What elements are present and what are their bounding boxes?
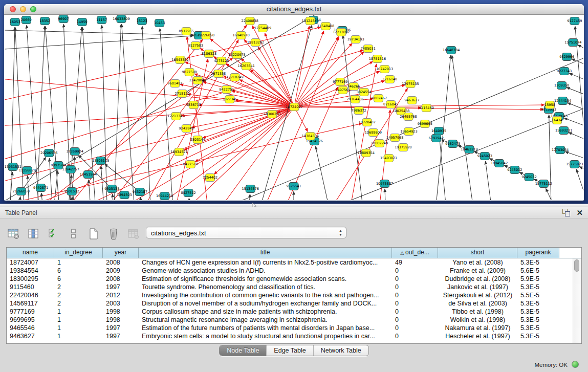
graph-node[interactable]: 9525541 (286, 183, 301, 190)
graph-node[interactable]: 16434 (552, 117, 562, 124)
graph-node[interactable]: 96907 (58, 15, 69, 23)
citation-edge-black[interactable] (572, 59, 583, 76)
graph-node[interactable]: 1894503 (117, 191, 132, 199)
float-panel-icon[interactable] (562, 209, 570, 216)
graph-node[interactable]: 9463627 (404, 97, 419, 104)
citation-edge-black[interactable] (41, 193, 46, 200)
graph-node[interactable]: 12975135 (402, 80, 419, 88)
tab-network-table[interactable]: Network Table (314, 345, 368, 356)
graph-node[interactable]: 9440871 (33, 184, 48, 192)
graph-node[interactable]: 18352 (39, 17, 50, 25)
graph-node[interactable]: 2718120 (175, 90, 189, 98)
graph-node[interactable]: 12444154 (554, 97, 571, 105)
citation-edge-red[interactable] (5, 107, 294, 127)
hide-columns-icon[interactable] (67, 227, 80, 240)
column-header-in_degree[interactable]: in_degree (54, 248, 103, 258)
graph-node[interactable]: 19375928 (395, 144, 411, 151)
citation-edge-red[interactable] (252, 26, 294, 107)
column-header-year[interactable]: year (103, 248, 139, 258)
graph-node[interactable]: 16053 (10, 18, 20, 26)
citation-edge-black[interactable] (5, 30, 193, 35)
graph-node[interactable]: 15958 (545, 101, 555, 109)
graph-node[interactable]: 9127459 (567, 17, 582, 25)
citation-edge-red[interactable] (5, 76, 294, 107)
citation-edge-black[interactable] (15, 196, 20, 200)
network-window[interactable]: citations_edges.txt 16053206691835296907… (4, 4, 584, 201)
graph-node[interactable]: 2671358 (211, 70, 226, 78)
graph-node[interactable]: 10688609 (365, 129, 382, 137)
graph-node[interactable]: 15123 (137, 17, 147, 25)
tab-edge-table[interactable]: Edge Table (267, 345, 313, 356)
graph-node[interactable]: 10809354 (358, 149, 375, 157)
graph-node[interactable]: 10975887 (376, 180, 393, 188)
table-mode-icon[interactable] (7, 227, 20, 240)
graph-node[interactable]: 18720407 (359, 119, 376, 126)
graph-node[interactable]: 3027345 (222, 96, 237, 103)
graph-node[interactable]: 3216148 (382, 76, 397, 83)
table-row[interactable]: 2242004622012Investigating the contribut… (7, 291, 581, 299)
graph-node[interactable]: 16944210 (156, 192, 173, 200)
graph-node[interactable]: 18751516 (369, 55, 386, 63)
graph-node[interactable]: 7254402 (203, 174, 217, 182)
graph-node[interactable]: 15751074 (564, 39, 581, 47)
citation-edge-black[interactable] (45, 26, 61, 200)
graph-node[interactable]: 15493021 (380, 155, 397, 162)
column-header-title[interactable]: title (139, 248, 392, 258)
graph-node[interactable]: 15134576 (242, 185, 259, 193)
citation-edge-black[interactable] (569, 73, 583, 92)
citation-edge-black[interactable] (546, 188, 568, 200)
network-graph[interactable]: 1605320669183529690714959111571603380915… (5, 15, 583, 200)
vertical-scrollbar[interactable] (573, 258, 581, 343)
column-header-name[interactable]: name (7, 248, 54, 258)
citation-edge-black[interactable] (569, 133, 583, 151)
table-row[interactable]: 911546021997Tourette syndrome. Phenomeno… (7, 283, 581, 291)
graph-node[interactable]: 11157 (96, 16, 107, 24)
graph-node[interactable]: 7485031 (361, 45, 376, 53)
citation-edge-black[interactable] (101, 166, 105, 200)
graph-node[interactable]: 10453 (154, 19, 165, 27)
graph-node[interactable]: 746266 (347, 83, 360, 91)
citation-edge-black[interactable] (113, 194, 116, 200)
graph-node[interactable]: 9329966 (559, 53, 574, 61)
graph-node[interactable]: 16648784 (443, 47, 460, 54)
network-window-titlebar[interactable]: citations_edges.txt (4, 4, 584, 15)
table-selector-dropdown[interactable]: citations_edges.txt ▲▼ (146, 227, 346, 238)
graph-node[interactable]: 9127503 (188, 42, 203, 50)
citation-edge-black[interactable] (549, 115, 552, 200)
create-column-icon[interactable] (87, 227, 100, 240)
graph-node[interactable]: 17703054 (552, 146, 569, 154)
graph-node[interactable]: 13220975 (228, 51, 245, 59)
graph-node[interactable]: 8186328 (202, 50, 216, 58)
graph-node[interactable]: 12213343 (167, 113, 184, 120)
column-header-out_de[interactable]: △out_de... (392, 248, 438, 258)
graph-node[interactable]: 19654923 (400, 128, 417, 136)
network-canvas[interactable]: 1605320669183529690714959111571603380915… (5, 15, 583, 200)
citation-edge-black[interactable] (578, 45, 583, 63)
graph-node[interactable]: 9115460 (419, 104, 434, 112)
table-row[interactable]: 1938455462009Genome-wide association stu… (7, 267, 581, 275)
citation-edge-black[interactable] (189, 198, 193, 200)
citation-edge-black[interactable] (343, 35, 366, 200)
citation-edge-black[interactable] (5, 36, 193, 51)
panel-splitter[interactable] (0, 204, 588, 207)
graph-node[interactable]: 3824554 (357, 89, 372, 96)
graph-node[interactable]: 8427512 (181, 189, 196, 197)
select-all-columns-icon[interactable] (47, 227, 60, 240)
graph-node[interactable]: 1209358 (554, 82, 569, 90)
scrollbar-thumb[interactable] (574, 259, 579, 272)
citation-edge-black[interactable] (5, 15, 366, 200)
citation-edge-red[interactable] (118, 107, 294, 200)
citation-edge-black[interactable] (486, 161, 495, 200)
graph-node[interactable]: 20669 (21, 16, 32, 24)
graph-node[interactable]: 8216045 (383, 101, 398, 108)
show-columns-icon[interactable] (27, 227, 40, 240)
graph-node[interactable]: 9827508 (182, 69, 197, 76)
graph-node[interactable]: 14957968 (386, 134, 403, 142)
graph-node[interactable]: 21266050 (13, 188, 30, 195)
graph-node[interactable]: 11548408 (317, 23, 334, 30)
graph-node[interactable]: 16033809 (113, 15, 129, 23)
graph-node[interactable]: 9242848 (179, 125, 194, 133)
delete-column-icon[interactable] (107, 227, 120, 240)
table-row[interactable]: 1456911722003Disruption of a novel membe… (7, 299, 581, 308)
graph-node[interactable]: 16940910 (232, 32, 249, 39)
